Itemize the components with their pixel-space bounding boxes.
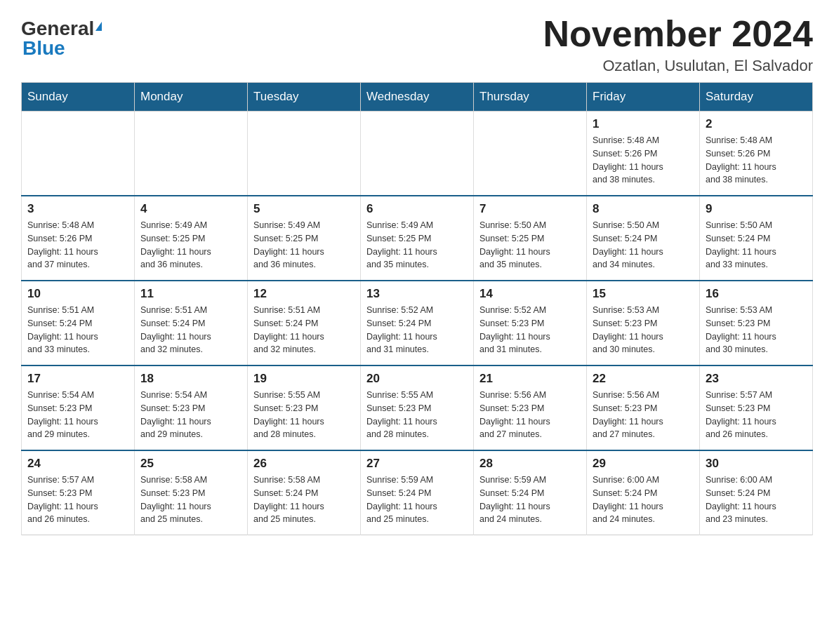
day-info: Sunrise: 5:53 AMSunset: 5:23 PMDaylight:… — [593, 304, 694, 356]
month-title: November 2024 — [543, 14, 813, 54]
weekday-header-row: SundayMondayTuesdayWednesdayThursdayFrid… — [22, 83, 813, 112]
calendar-cell: 3Sunrise: 5:48 AMSunset: 5:26 PMDaylight… — [22, 196, 135, 281]
page-header: General Blue November 2024 Ozatlan, Usul… — [21, 14, 813, 75]
calendar-cell: 29Sunrise: 6:00 AMSunset: 5:24 PMDayligh… — [587, 450, 700, 535]
calendar-cell: 25Sunrise: 5:58 AMSunset: 5:23 PMDayligh… — [135, 450, 248, 535]
calendar-cell: 11Sunrise: 5:51 AMSunset: 5:24 PMDayligh… — [135, 281, 248, 365]
calendar-week-2: 3Sunrise: 5:48 AMSunset: 5:26 PMDaylight… — [22, 196, 813, 281]
day-info: Sunrise: 6:00 AMSunset: 5:24 PMDaylight:… — [706, 474, 807, 526]
day-number: 19 — [253, 372, 355, 386]
calendar-cell: 24Sunrise: 5:57 AMSunset: 5:23 PMDayligh… — [22, 450, 135, 535]
day-info: Sunrise: 5:50 AMSunset: 5:25 PMDaylight:… — [479, 219, 581, 271]
calendar-cell — [248, 112, 361, 196]
calendar-cell: 20Sunrise: 5:55 AMSunset: 5:23 PMDayligh… — [361, 365, 474, 450]
day-info: Sunrise: 5:51 AMSunset: 5:24 PMDaylight:… — [27, 304, 128, 356]
calendar-cell: 13Sunrise: 5:52 AMSunset: 5:24 PMDayligh… — [361, 281, 474, 365]
calendar-cell: 9Sunrise: 5:50 AMSunset: 5:24 PMDaylight… — [700, 196, 813, 281]
calendar-cell: 30Sunrise: 6:00 AMSunset: 5:24 PMDayligh… — [700, 450, 813, 535]
day-info: Sunrise: 5:53 AMSunset: 5:23 PMDaylight:… — [706, 304, 807, 356]
weekday-header-friday: Friday — [587, 83, 700, 112]
calendar-cell: 19Sunrise: 5:55 AMSunset: 5:23 PMDayligh… — [248, 365, 361, 450]
weekday-header-monday: Monday — [135, 83, 248, 112]
weekday-header-thursday: Thursday — [474, 83, 587, 112]
day-number: 24 — [27, 457, 128, 471]
day-number: 15 — [593, 287, 694, 301]
calendar-cell — [22, 112, 135, 196]
calendar-cell: 15Sunrise: 5:53 AMSunset: 5:23 PMDayligh… — [587, 281, 700, 365]
day-info: Sunrise: 5:59 AMSunset: 5:24 PMDaylight:… — [366, 474, 468, 526]
day-info: Sunrise: 5:49 AMSunset: 5:25 PMDaylight:… — [140, 219, 241, 271]
day-number: 11 — [140, 287, 241, 301]
logo: General Blue — [21, 14, 102, 60]
day-info: Sunrise: 5:48 AMSunset: 5:26 PMDaylight:… — [593, 134, 694, 187]
day-number: 12 — [253, 287, 355, 301]
day-info: Sunrise: 5:56 AMSunset: 5:23 PMDaylight:… — [479, 389, 581, 441]
calendar-cell: 28Sunrise: 5:59 AMSunset: 5:24 PMDayligh… — [474, 450, 587, 535]
day-info: Sunrise: 5:54 AMSunset: 5:23 PMDaylight:… — [27, 389, 128, 441]
day-number: 8 — [593, 202, 694, 216]
day-number: 13 — [366, 287, 468, 301]
logo-blue-text: Blue — [22, 37, 65, 60]
calendar-cell: 5Sunrise: 5:49 AMSunset: 5:25 PMDaylight… — [248, 196, 361, 281]
calendar-cell: 16Sunrise: 5:53 AMSunset: 5:23 PMDayligh… — [700, 281, 813, 365]
calendar-body: 1Sunrise: 5:48 AMSunset: 5:26 PMDaylight… — [22, 112, 813, 535]
day-info: Sunrise: 5:57 AMSunset: 5:23 PMDaylight:… — [706, 389, 807, 441]
calendar-week-5: 24Sunrise: 5:57 AMSunset: 5:23 PMDayligh… — [22, 450, 813, 535]
calendar-header: SundayMondayTuesdayWednesdayThursdayFrid… — [22, 83, 813, 112]
day-info: Sunrise: 5:57 AMSunset: 5:23 PMDaylight:… — [27, 474, 128, 526]
calendar-week-3: 10Sunrise: 5:51 AMSunset: 5:24 PMDayligh… — [22, 281, 813, 365]
day-info: Sunrise: 5:54 AMSunset: 5:23 PMDaylight:… — [140, 389, 241, 441]
day-info: Sunrise: 5:49 AMSunset: 5:25 PMDaylight:… — [253, 219, 355, 271]
day-info: Sunrise: 5:50 AMSunset: 5:24 PMDaylight:… — [706, 219, 807, 271]
day-info: Sunrise: 5:50 AMSunset: 5:24 PMDaylight:… — [593, 219, 694, 271]
weekday-header-saturday: Saturday — [700, 83, 813, 112]
day-number: 1 — [593, 117, 694, 131]
logo-triangle-icon — [95, 22, 102, 31]
day-info: Sunrise: 5:48 AMSunset: 5:26 PMDaylight:… — [27, 219, 128, 271]
day-info: Sunrise: 5:59 AMSunset: 5:24 PMDaylight:… — [479, 474, 581, 526]
day-number: 28 — [479, 457, 581, 471]
day-number: 3 — [27, 202, 128, 216]
location-title: Ozatlan, Usulutan, El Salvador — [543, 57, 813, 75]
day-info: Sunrise: 5:58 AMSunset: 5:24 PMDaylight:… — [253, 474, 355, 526]
day-info: Sunrise: 5:48 AMSunset: 5:26 PMDaylight:… — [706, 134, 807, 187]
day-number: 10 — [27, 287, 128, 301]
calendar-cell — [361, 112, 474, 196]
day-info: Sunrise: 5:55 AMSunset: 5:23 PMDaylight:… — [253, 389, 355, 441]
title-block: November 2024 Ozatlan, Usulutan, El Salv… — [543, 14, 813, 75]
day-number: 17 — [27, 372, 128, 386]
day-number: 20 — [366, 372, 468, 386]
calendar-week-1: 1Sunrise: 5:48 AMSunset: 5:26 PMDaylight… — [22, 112, 813, 196]
day-number: 23 — [706, 372, 807, 386]
calendar-cell: 7Sunrise: 5:50 AMSunset: 5:25 PMDaylight… — [474, 196, 587, 281]
calendar-cell — [474, 112, 587, 196]
weekday-header-tuesday: Tuesday — [248, 83, 361, 112]
calendar-cell: 10Sunrise: 5:51 AMSunset: 5:24 PMDayligh… — [22, 281, 135, 365]
calendar-cell: 14Sunrise: 5:52 AMSunset: 5:23 PMDayligh… — [474, 281, 587, 365]
day-info: Sunrise: 5:52 AMSunset: 5:24 PMDaylight:… — [366, 304, 468, 356]
day-number: 22 — [593, 372, 694, 386]
calendar-cell: 27Sunrise: 5:59 AMSunset: 5:24 PMDayligh… — [361, 450, 474, 535]
day-number: 27 — [366, 457, 468, 471]
day-info: Sunrise: 6:00 AMSunset: 5:24 PMDaylight:… — [593, 474, 694, 526]
calendar-table: SundayMondayTuesdayWednesdayThursdayFrid… — [21, 82, 813, 535]
calendar-cell: 6Sunrise: 5:49 AMSunset: 5:25 PMDaylight… — [361, 196, 474, 281]
calendar-cell: 21Sunrise: 5:56 AMSunset: 5:23 PMDayligh… — [474, 365, 587, 450]
day-info: Sunrise: 5:51 AMSunset: 5:24 PMDaylight:… — [253, 304, 355, 356]
day-number: 5 — [253, 202, 355, 216]
day-number: 26 — [253, 457, 355, 471]
day-info: Sunrise: 5:58 AMSunset: 5:23 PMDaylight:… — [140, 474, 241, 526]
calendar-cell: 8Sunrise: 5:50 AMSunset: 5:24 PMDaylight… — [587, 196, 700, 281]
day-info: Sunrise: 5:56 AMSunset: 5:23 PMDaylight:… — [593, 389, 694, 441]
day-number: 18 — [140, 372, 241, 386]
calendar-cell: 23Sunrise: 5:57 AMSunset: 5:23 PMDayligh… — [700, 365, 813, 450]
day-number: 4 — [140, 202, 241, 216]
day-number: 2 — [706, 117, 807, 131]
day-number: 14 — [479, 287, 581, 301]
weekday-header-sunday: Sunday — [22, 83, 135, 112]
calendar-cell: 17Sunrise: 5:54 AMSunset: 5:23 PMDayligh… — [22, 365, 135, 450]
day-info: Sunrise: 5:52 AMSunset: 5:23 PMDaylight:… — [479, 304, 581, 356]
day-number: 16 — [706, 287, 807, 301]
calendar-cell: 2Sunrise: 5:48 AMSunset: 5:26 PMDaylight… — [700, 112, 813, 196]
day-info: Sunrise: 5:55 AMSunset: 5:23 PMDaylight:… — [366, 389, 468, 441]
